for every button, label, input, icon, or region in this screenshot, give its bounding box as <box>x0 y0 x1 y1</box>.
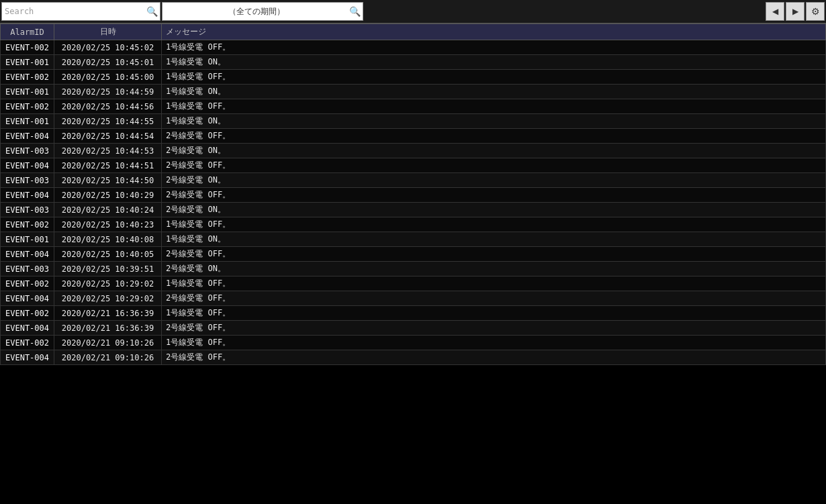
table-row[interactable]: EVENT-0022020/02/25 10:45:001号線受電 OFF。 <box>1 70 826 85</box>
cell-datetime: 2020/02/25 10:44:51 <box>54 158 162 173</box>
cell-datetime: 2020/02/25 10:39:51 <box>54 262 162 276</box>
table-header: AlarmID 日時 メッセージ <box>1 24 826 40</box>
cell-alarm-id: EVENT-004 <box>1 350 54 365</box>
col-message: メッセージ <box>162 24 826 40</box>
cell-message: 2号線受電 OFF。 <box>162 158 826 173</box>
alarm-table: AlarmID 日時 メッセージ EVENT-0022020/02/25 10:… <box>0 23 826 365</box>
cell-message: 2号線受電 ON。 <box>162 203 826 217</box>
cell-alarm-id: EVENT-003 <box>1 262 54 276</box>
table-row[interactable]: EVENT-0012020/02/25 10:44:591号線受電 ON。 <box>1 85 826 99</box>
table-row[interactable]: EVENT-0042020/02/25 10:29:022号線受電 OFF。 <box>1 291 826 306</box>
cell-datetime: 2020/02/21 09:10:26 <box>54 350 162 365</box>
cell-message: 1号線受電 OFF。 <box>162 336 826 350</box>
cell-message: 1号線受電 ON。 <box>162 232 826 247</box>
table-row[interactable]: EVENT-0032020/02/25 10:44:502号線受電 ON。 <box>1 173 826 188</box>
cell-message: 1号線受電 OFF。 <box>162 99 826 114</box>
cell-alarm-id: EVENT-004 <box>1 188 54 203</box>
cell-datetime: 2020/02/25 10:29:02 <box>54 291 162 306</box>
table-row[interactable]: EVENT-0022020/02/25 10:44:561号線受電 OFF。 <box>1 99 826 114</box>
cell-alarm-id: EVENT-002 <box>1 40 54 55</box>
table-row[interactable]: EVENT-0012020/02/25 10:44:551号線受電 ON。 <box>1 114 826 129</box>
cell-datetime: 2020/02/25 10:40:24 <box>54 203 162 217</box>
table-row[interactable]: EVENT-0012020/02/25 10:45:011号線受電 ON。 <box>1 55 826 70</box>
cell-alarm-id: EVENT-003 <box>1 203 54 217</box>
cell-datetime: 2020/02/25 10:40:08 <box>54 232 162 247</box>
cell-message: 1号線受電 OFF。 <box>162 217 826 232</box>
col-datetime: 日時 <box>54 24 162 40</box>
cell-datetime: 2020/02/25 10:44:56 <box>54 99 162 114</box>
cell-alarm-id: EVENT-004 <box>1 247 54 262</box>
cell-message: 2号線受電 OFF。 <box>162 350 826 365</box>
cell-message: 2号線受電 OFF。 <box>162 247 826 262</box>
cell-alarm-id: EVENT-004 <box>1 321 54 336</box>
cell-datetime: 2020/02/25 10:29:02 <box>54 276 162 291</box>
header-row: AlarmID 日時 メッセージ <box>1 24 826 40</box>
next-button[interactable]: ▶ <box>786 2 805 21</box>
date-filter-wrapper: 🔍 <box>162 2 363 21</box>
toolbar: 🔍 🔍 ◀ ▶ ⚙ <box>0 0 826 23</box>
settings-button[interactable]: ⚙ <box>806 2 825 21</box>
table-row[interactable]: EVENT-0042020/02/25 10:44:512号線受電 OFF。 <box>1 158 826 173</box>
cell-alarm-id: EVENT-001 <box>1 55 54 70</box>
cell-alarm-id: EVENT-004 <box>1 291 54 306</box>
cell-datetime: 2020/02/25 10:45:02 <box>54 40 162 55</box>
table-row[interactable]: EVENT-0032020/02/25 10:44:532号線受電 ON。 <box>1 144 826 158</box>
cell-message: 1号線受電 ON。 <box>162 85 826 99</box>
date-filter-input[interactable] <box>162 2 363 21</box>
cell-datetime: 2020/02/25 10:44:53 <box>54 144 162 158</box>
cell-message: 1号線受電 ON。 <box>162 114 826 129</box>
table-row[interactable]: EVENT-0022020/02/21 09:10:261号線受電 OFF。 <box>1 336 826 350</box>
cell-alarm-id: EVENT-003 <box>1 144 54 158</box>
table-row[interactable]: EVENT-0022020/02/21 16:36:391号線受電 OFF。 <box>1 306 826 321</box>
cell-datetime: 2020/02/21 16:36:39 <box>54 321 162 336</box>
cell-alarm-id: EVENT-002 <box>1 276 54 291</box>
table-row[interactable]: EVENT-0042020/02/25 10:44:542号線受電 OFF。 <box>1 129 826 144</box>
search-wrapper: 🔍 <box>1 2 160 21</box>
cell-message: 2号線受電 OFF。 <box>162 291 826 306</box>
cell-alarm-id: EVENT-004 <box>1 158 54 173</box>
table-row[interactable]: EVENT-0042020/02/25 10:40:052号線受電 OFF。 <box>1 247 826 262</box>
cell-message: 1号線受電 OFF。 <box>162 306 826 321</box>
search-input[interactable] <box>1 2 160 21</box>
cell-datetime: 2020/02/25 10:40:29 <box>54 188 162 203</box>
cell-message: 1号線受電 ON。 <box>162 55 826 70</box>
table-row[interactable]: EVENT-0042020/02/21 09:10:262号線受電 OFF。 <box>1 350 826 365</box>
cell-datetime: 2020/02/25 10:40:05 <box>54 247 162 262</box>
cell-alarm-id: EVENT-001 <box>1 114 54 129</box>
col-alarm-id: AlarmID <box>1 24 54 40</box>
cell-datetime: 2020/02/21 09:10:26 <box>54 336 162 350</box>
cell-alarm-id: EVENT-002 <box>1 336 54 350</box>
cell-datetime: 2020/02/25 10:45:00 <box>54 70 162 85</box>
cell-alarm-id: EVENT-002 <box>1 306 54 321</box>
cell-message: 2号線受電 OFF。 <box>162 129 826 144</box>
table-row[interactable]: EVENT-0042020/02/25 10:40:292号線受電 OFF。 <box>1 188 826 203</box>
cell-message: 1号線受電 OFF。 <box>162 276 826 291</box>
cell-message: 1号線受電 OFF。 <box>162 40 826 55</box>
cell-datetime: 2020/02/25 10:44:59 <box>54 85 162 99</box>
cell-datetime: 2020/02/21 16:36:39 <box>54 306 162 321</box>
cell-alarm-id: EVENT-001 <box>1 232 54 247</box>
cell-alarm-id: EVENT-003 <box>1 173 54 188</box>
table-row[interactable]: EVENT-0032020/02/25 10:39:512号線受電 ON。 <box>1 262 826 276</box>
cell-alarm-id: EVENT-002 <box>1 99 54 114</box>
table-row[interactable]: EVENT-0012020/02/25 10:40:081号線受電 ON。 <box>1 232 826 247</box>
table-row[interactable]: EVENT-0042020/02/21 16:36:392号線受電 OFF。 <box>1 321 826 336</box>
table-row[interactable]: EVENT-0022020/02/25 10:29:021号線受電 OFF。 <box>1 276 826 291</box>
cell-message: 2号線受電 ON。 <box>162 173 826 188</box>
cell-datetime: 2020/02/25 10:45:01 <box>54 55 162 70</box>
table-row[interactable]: EVENT-0032020/02/25 10:40:242号線受電 ON。 <box>1 203 826 217</box>
table-row[interactable]: EVENT-0022020/02/25 10:40:231号線受電 OFF。 <box>1 217 826 232</box>
cell-datetime: 2020/02/25 10:44:54 <box>54 129 162 144</box>
table-row[interactable]: EVENT-0022020/02/25 10:45:021号線受電 OFF。 <box>1 40 826 55</box>
cell-message: 2号線受電 OFF。 <box>162 321 826 336</box>
table-body: EVENT-0022020/02/25 10:45:021号線受電 OFF。EV… <box>1 40 826 365</box>
cell-datetime: 2020/02/25 10:44:50 <box>54 173 162 188</box>
cell-alarm-id: EVENT-004 <box>1 129 54 144</box>
cell-message: 1号線受電 OFF。 <box>162 70 826 85</box>
prev-button[interactable]: ◀ <box>766 2 784 21</box>
cell-datetime: 2020/02/25 10:44:55 <box>54 114 162 129</box>
cell-alarm-id: EVENT-002 <box>1 217 54 232</box>
cell-message: 2号線受電 ON。 <box>162 262 826 276</box>
cell-alarm-id: EVENT-001 <box>1 85 54 99</box>
table-container: AlarmID 日時 メッセージ EVENT-0022020/02/25 10:… <box>0 23 826 365</box>
